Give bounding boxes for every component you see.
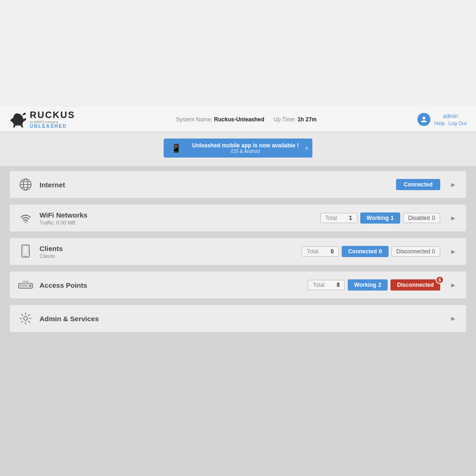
clients-connected-button[interactable]: Connected 0 xyxy=(342,246,389,257)
ap-disconnected-badge: 6 xyxy=(436,276,444,284)
admin-services-title: Admin & Services xyxy=(40,315,440,323)
notification-close-button[interactable]: × xyxy=(305,145,309,152)
ruckus-dog-icon xyxy=(9,112,27,127)
ap-title: Access Points xyxy=(40,281,308,289)
svg-point-16 xyxy=(24,317,27,320)
internet-stats: Connected xyxy=(396,179,440,190)
ap-working-button[interactable]: Working 2 xyxy=(348,279,388,291)
wifi-icon xyxy=(17,210,34,226)
internet-title: Internet xyxy=(40,181,396,189)
main-content: Internet Connected ► WiFi Networks Traff… xyxy=(0,166,476,476)
wifi-traffic: Traffic: 0.00 MB xyxy=(40,220,320,225)
ap-total-stat: Total 8 xyxy=(308,280,345,290)
ap-chevron[interactable]: ► xyxy=(448,279,459,291)
admin-services-title-area: Admin & Services xyxy=(40,315,440,323)
ruckus-wordmark: RUCKUS an ARRIS company UNLEASHED xyxy=(30,110,75,129)
system-name: System Name: Ruckus-Unleashed xyxy=(176,116,264,123)
clients-title-area: Clients Clients xyxy=(40,245,302,259)
header-center-info: System Name: Ruckus-Unleashed Up Time: 1… xyxy=(176,116,317,123)
wifi-total-stat: Total 1 xyxy=(320,213,357,223)
internet-connected-button[interactable]: Connected xyxy=(396,179,440,190)
logo-area: RUCKUS an ARRIS company UNLEASHED xyxy=(9,110,75,129)
wifi-title: WiFi Networks xyxy=(40,211,320,219)
wifi-disabled-stat: Disabled 0 xyxy=(403,213,440,223)
notification-banner: 📱 Unleashed mobile app is now available … xyxy=(164,139,312,158)
wifi-stats: Total 1 Working 1 Disabled 0 xyxy=(320,212,440,224)
clients-title: Clients xyxy=(40,245,302,252)
wifi-working-label: Working xyxy=(367,215,389,221)
clients-icon xyxy=(17,243,34,260)
clients-row: Clients Clients Total 0 Connected 0 Disc… xyxy=(9,238,467,265)
user-icon xyxy=(420,116,428,123)
clients-connected-value: 0 xyxy=(379,248,382,255)
wifi-working-button[interactable]: Working 1 xyxy=(360,212,400,224)
svg-point-7 xyxy=(25,222,26,223)
internet-chevron[interactable]: ► xyxy=(448,179,459,190)
ap-title-area: Access Points xyxy=(40,281,308,289)
internet-icon xyxy=(17,176,34,193)
admin-avatar xyxy=(417,113,430,126)
svg-rect-14 xyxy=(21,282,30,284)
wifi-disabled-label: Disabled xyxy=(408,215,430,221)
ap-disconnected-label: Disconnected xyxy=(397,282,434,288)
admin-links: admin Help Log Out xyxy=(434,113,467,126)
mobile-icon: 📱 xyxy=(171,143,181,153)
svg-point-0 xyxy=(19,115,20,117)
admin-services-row: Admin & Services ► xyxy=(9,304,467,332)
uptime: Up Time: 1h 27m xyxy=(274,116,317,123)
wifi-chevron[interactable]: ► xyxy=(448,212,459,224)
notification-main: Unleashed mobile app is now available ! xyxy=(186,142,305,149)
admin-services-icon xyxy=(17,310,34,327)
system-name-value: Ruckus-Unleashed xyxy=(214,116,264,123)
notification-text: Unleashed mobile app is now available ! … xyxy=(186,142,305,154)
help-logout-area: Help Log Out xyxy=(434,120,467,126)
svg-rect-15 xyxy=(23,281,28,282)
clients-disconnected-value: 0 xyxy=(432,248,435,255)
internet-row: Internet Connected ► xyxy=(9,171,467,198)
clients-subtitle: Clients xyxy=(40,253,302,259)
admin-services-chevron[interactable]: ► xyxy=(448,313,459,324)
ap-disconnected-button[interactable]: Disconnected 6 xyxy=(390,279,440,291)
internet-title-area: Internet xyxy=(40,181,396,189)
admin-name: admin xyxy=(443,113,458,119)
page-wrapper: RUCKUS an ARRIS company UNLEASHED System… xyxy=(0,0,476,476)
wifi-working-value: 1 xyxy=(390,215,394,221)
clients-total-stat: Total 0 xyxy=(302,246,339,257)
logout-link[interactable]: Log Out xyxy=(449,120,467,126)
ap-stats: Total 8 Working 2 Disconnected 6 xyxy=(308,279,440,291)
clients-stats: Total 0 Connected 0 Disconnected 0 xyxy=(302,246,440,257)
ap-working-value: 2 xyxy=(378,282,382,288)
uptime-value: 1h 27m xyxy=(298,116,317,123)
wifi-networks-row: WiFi Networks Traffic: 0.00 MB Total 1 W… xyxy=(9,204,467,232)
clients-disconnected-label: Disconnected xyxy=(397,248,430,255)
access-points-row: Access Points Total 8 Working 2 Disconne… xyxy=(9,271,467,299)
clients-connected-label: Connected xyxy=(348,248,377,255)
clients-disconnected-stat: Disconnected 0 xyxy=(391,246,440,257)
notification-wrap: 📱 Unleashed mobile app is now available … xyxy=(0,132,476,166)
notification-sub: iOS & Android xyxy=(186,149,305,154)
svg-point-10 xyxy=(25,256,26,257)
ruckus-logo-text: RUCKUS xyxy=(30,110,75,120)
wifi-disabled-value: 0 xyxy=(432,215,435,221)
svg-point-12 xyxy=(29,285,31,287)
svg-rect-9 xyxy=(23,246,28,254)
ap-working-label: Working xyxy=(354,282,377,288)
svg-point-1 xyxy=(423,117,425,119)
access-points-icon xyxy=(17,277,34,293)
header: RUCKUS an ARRIS company UNLEASHED System… xyxy=(0,107,476,132)
help-link[interactable]: Help xyxy=(434,120,445,126)
arris-tagline: an ARRIS company xyxy=(30,120,75,124)
clients-chevron[interactable]: ► xyxy=(448,246,459,257)
header-right: admin Help Log Out xyxy=(417,113,467,126)
unleashed-text: UNLEASHED xyxy=(30,124,75,129)
wifi-title-area: WiFi Networks Traffic: 0.00 MB xyxy=(40,211,320,225)
top-space xyxy=(0,0,476,107)
